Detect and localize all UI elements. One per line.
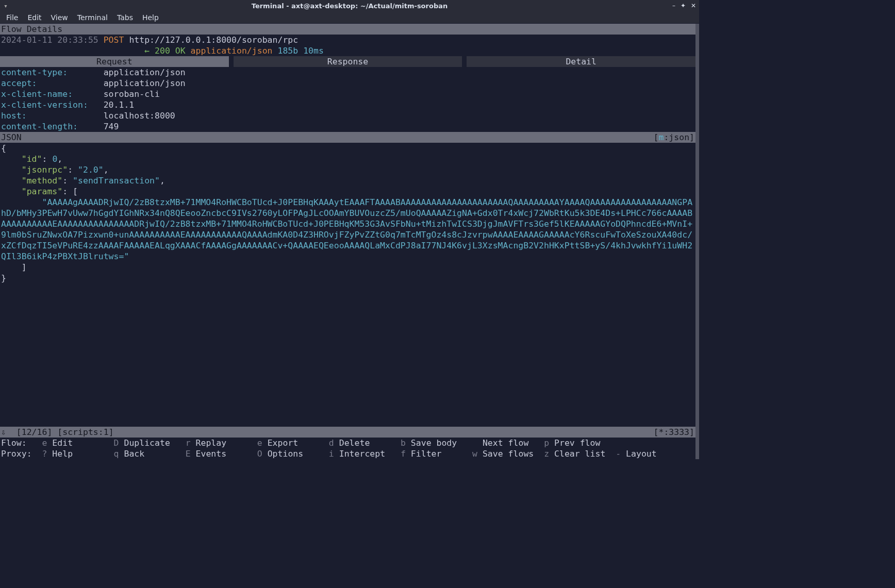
header-row: content-length: 749 (1, 121, 694, 132)
menu-view[interactable]: View (51, 13, 68, 22)
header-key: content-type: (1, 68, 104, 77)
command-row: Flow: e Edit D Duplicate r Replay e Expo… (1, 438, 694, 448)
json-string: "sendTransaction" (73, 176, 160, 186)
command-label: Edit (52, 438, 113, 448)
command-key[interactable]: f (401, 449, 411, 459)
command-row-label: Flow: (1, 438, 42, 448)
request-url: http://127.0.0.1:8000/soroban/rpc (129, 35, 298, 45)
tab-request[interactable]: Request (0, 56, 229, 67)
command-label: Help (52, 449, 113, 459)
header-value: application/json (104, 68, 186, 77)
command-key[interactable]: D (114, 438, 124, 448)
command-key[interactable]: d (329, 438, 339, 448)
response-arrow-icon: ← (144, 46, 150, 56)
command-label: Prev flow (554, 438, 616, 448)
menu-edit[interactable]: Edit (27, 13, 41, 22)
command-key[interactable]: ? (42, 449, 52, 459)
command-label: Back (124, 449, 185, 459)
command-key[interactable]: e (42, 438, 52, 448)
command-key[interactable]: E (186, 449, 196, 459)
minimize-icon[interactable]: – (672, 2, 675, 9)
menu-file[interactable]: File (6, 13, 18, 22)
json-string: "2.0" (78, 165, 104, 175)
header-key: x-client-version: (1, 100, 104, 110)
menu-terminal[interactable]: Terminal (77, 13, 108, 22)
json-key: "params" (22, 187, 62, 196)
status-arrow-icon: ⇩ (1, 427, 6, 437)
scrollbar-thumb[interactable] (695, 24, 699, 459)
response-time: 10ms (303, 46, 324, 56)
header-row: content-type: application/json (1, 67, 694, 78)
tab-response[interactable]: Response (234, 56, 462, 67)
header-row: host: localhost:8000 (1, 110, 694, 121)
command-label: Events (196, 449, 257, 459)
commands: Flow: e Edit D Duplicate r Replay e Expo… (0, 438, 695, 459)
header-value: 749 (104, 122, 119, 131)
command-key[interactable]: O (257, 449, 268, 459)
header-row: x-client-name: soroban-cli (1, 89, 694, 99)
command-key[interactable]: i (329, 449, 339, 459)
json-mode-indicator: [m:json] (654, 132, 694, 143)
command-key[interactable]: z (544, 449, 554, 459)
close-icon[interactable]: ✕ (691, 2, 696, 9)
response-size: 185b (277, 46, 298, 56)
header-key: content-length: (1, 122, 104, 131)
flow-details-header: Flow Details (0, 24, 695, 35)
command-label: Duplicate (124, 438, 185, 448)
command-label: Clear list (554, 449, 616, 459)
status-text: OK (175, 46, 186, 56)
tabs-row: Request Response Detail (0, 56, 695, 67)
command-label: Options (268, 449, 329, 459)
scrollbar-track[interactable] (695, 24, 699, 459)
request-timestamp: 2024-01-11 20:33:55 (1, 35, 98, 45)
terminal-content[interactable]: Flow Details 2024-01-11 20:33:55 POST ht… (0, 24, 699, 459)
command-key[interactable]: q (114, 449, 124, 459)
command-label: Layout (626, 449, 687, 459)
json-key: "method" (22, 176, 62, 186)
command-row: Proxy: ? Help q Back E Events O Options … (1, 448, 694, 459)
json-number: 0 (52, 154, 57, 164)
status-position: [12/16] (16, 427, 53, 437)
header-value: soroban-cli (104, 89, 160, 99)
content-type: application/json (191, 46, 273, 56)
command-key[interactable]: b (401, 438, 411, 448)
header-value: localhost:8000 (104, 111, 175, 121)
request-method: POST (104, 35, 124, 45)
header-value: 20.1.1 (104, 100, 135, 110)
menubar: File Edit View Terminal Tabs Help (0, 11, 699, 24)
window-titlebar: ▾ Terminal - axt@axt-desktop: ~/Actual/m… (0, 0, 699, 11)
header-key: host: (1, 111, 104, 121)
command-label: Save body (411, 438, 472, 448)
menu-tabs[interactable]: Tabs (117, 13, 133, 22)
command-key[interactable]: - (616, 449, 626, 459)
command-key[interactable]: w (472, 449, 483, 459)
tab-detail[interactable]: Detail (467, 56, 695, 67)
status-listen: [*:3333] (654, 427, 694, 438)
statusbar: ⇩ [12/16] [scripts:1] [*:3333] (0, 427, 695, 438)
header-key: accept: (1, 78, 104, 88)
json-key: "jsonrpc" (22, 165, 68, 175)
status-scripts: [scripts:1] (57, 427, 113, 437)
command-row-label: Proxy: (1, 449, 42, 459)
headers-table: content-type: application/jsonaccept: ap… (0, 67, 695, 132)
command-key[interactable]: e (257, 438, 268, 448)
header-row: x-client-version: 20.1.1 (1, 99, 694, 110)
menu-help[interactable]: Help (142, 13, 159, 22)
request-line: 2024-01-11 20:33:55 POST http://127.0.0.… (0, 35, 695, 45)
maximize-icon[interactable]: ✦ (681, 2, 686, 9)
command-key[interactable]: p (544, 438, 554, 448)
json-label: JSON (1, 132, 22, 143)
command-label: Replay (196, 438, 257, 448)
response-line: ← 200 OK application/json 185b 10ms (0, 45, 695, 56)
header-key: x-client-name: (1, 89, 104, 99)
header-row: accept: application/json (1, 78, 694, 89)
window-menu-icon[interactable]: ▾ (0, 0, 11, 11)
command-label: Delete (339, 438, 401, 448)
command-label: Export (268, 438, 329, 448)
command-label: Intercept (339, 449, 401, 459)
command-key[interactable]: r (186, 438, 196, 448)
command-key[interactable] (472, 438, 483, 448)
json-body: { "id": 0, "jsonrpc": "2.0", "method": "… (0, 143, 695, 283)
command-label: Save flows (483, 449, 544, 459)
json-key: "id" (22, 154, 42, 164)
